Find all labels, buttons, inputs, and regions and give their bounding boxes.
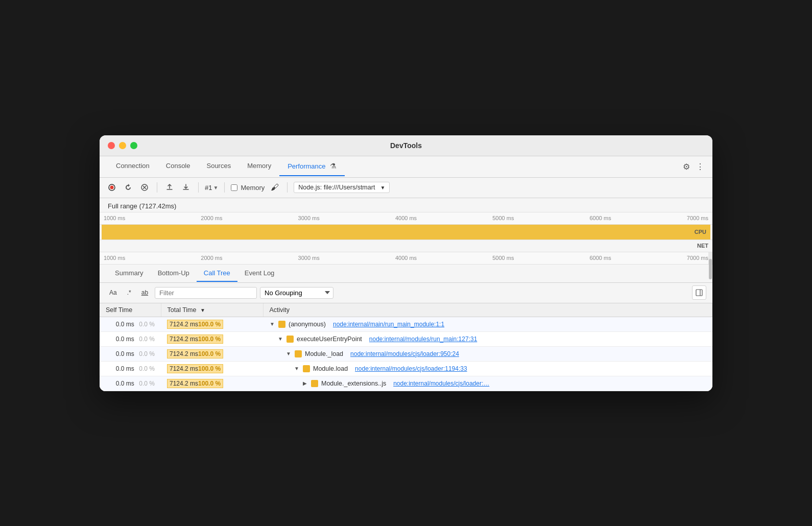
timeline-area: 1000 ms 2000 ms 3000 ms 4000 ms 5000 ms … [100, 212, 712, 265]
activity-link-1[interactable]: node:internal/modules/run_main:127:31 [369, 336, 477, 343]
toolbar-divider-1 [157, 182, 157, 193]
ruler-mark-1: 2000 ms [201, 215, 222, 221]
grouping-select[interactable]: No GroupingGroup by ActivityGroup by Cat… [260, 287, 333, 299]
timeline-scrollbar[interactable] [708, 252, 712, 264]
tab-summary[interactable]: Summary [108, 265, 151, 282]
tab-memory[interactable]: Memory [239, 157, 279, 176]
table-row[interactable]: 0.0 ms 0.0 % 7124.2 ms100.0 % ▶ Module._… [100, 376, 712, 391]
cell-activity-0: ▼ (anonymous) node:internal/main/run_mai… [263, 317, 712, 331]
ruler-mark-6: 7000 ms [687, 215, 708, 221]
target-selector[interactable]: Node.js: file:///Users/stmart ▼ [294, 182, 390, 193]
ruler-mark-2: 3000 ms [298, 215, 320, 221]
tab-connection[interactable]: Connection [108, 157, 158, 176]
ruler-mark-b-0: 1000 ms [104, 255, 125, 261]
tab-bar-actions: ⚙ ⋮ [683, 162, 704, 172]
cell-self-time-3: 0.0 ms 0.0 % [100, 361, 161, 376]
activity-icon-2 [295, 350, 302, 357]
toolbar-divider-3 [224, 182, 225, 193]
activity-link-2[interactable]: node:internal/modules/cjs/loader:950:24 [350, 350, 459, 357]
tab-sources[interactable]: Sources [198, 157, 239, 176]
th-self-time[interactable]: Self Time [100, 303, 161, 317]
brush-icon: 🖌 [269, 181, 281, 194]
call-tree-table-container[interactable]: Self Time Total Time ▼ Activity 0.0 ms [100, 303, 712, 391]
cell-total-time-0: 7124.2 ms100.0 % [161, 317, 263, 331]
activity-link-3[interactable]: node:internal/modules/cjs/loader:1194:33 [355, 365, 467, 372]
filter-case-button[interactable]: ab [138, 288, 152, 298]
activity-icon-1 [286, 336, 294, 343]
upload-button[interactable] [163, 181, 176, 194]
main-tabs: Connection Console Sources Memory Perfor… [108, 157, 683, 176]
activity-link-0[interactable]: node:internal/main/run_main_module:1:1 [333, 321, 444, 328]
filter-bar: Aa .* ab No GroupingGroup by ActivityGro… [100, 283, 712, 303]
devtools-window: DevTools Connection Console Sources Memo… [100, 135, 712, 391]
expand-icon-3[interactable]: ▼ [294, 366, 300, 371]
minimize-button[interactable] [119, 142, 126, 149]
session-selector[interactable]: #1 ▼ [205, 184, 218, 192]
activity-name-2: Module._load [305, 350, 343, 357]
ruler-mark-b-3: 4000 ms [395, 255, 417, 261]
table-row[interactable]: 0.0 ms 0.0 % 7124.2 ms100.0 % ▼ Module.l… [100, 361, 712, 376]
bottom-tab-bar: Summary Bottom-Up Call Tree Event Log [100, 265, 712, 283]
clear-button[interactable] [138, 181, 151, 194]
panel-toggle-button[interactable] [692, 285, 706, 300]
activity-icon-3 [303, 365, 310, 372]
target-dropdown-icon: ▼ [380, 185, 385, 190]
timeline-ruler-bottom: 1000 ms 2000 ms 3000 ms 4000 ms 5000 ms … [100, 252, 712, 265]
table-row[interactable]: 0.0 ms 0.0 % 7124.2 ms100.0 % ▼ executeU… [100, 331, 712, 346]
cpu-label: CPU [695, 229, 706, 235]
th-total-time[interactable]: Total Time ▼ [161, 303, 263, 317]
ruler-marks-top: 1000 ms 2000 ms 3000 ms 4000 ms 5000 ms … [100, 215, 712, 221]
activity-name-0: (anonymous) [289, 321, 326, 328]
title-bar: DevTools [100, 135, 712, 156]
call-tree-table: Self Time Total Time ▼ Activity 0.0 ms [100, 303, 712, 391]
tab-event-log[interactable]: Event Log [237, 265, 282, 282]
cell-activity-4: ▶ Module._extensions..js node:internal/m… [263, 376, 712, 391]
session-dropdown-icon: ▼ [213, 185, 218, 190]
flask-icon: ⚗ [330, 162, 337, 170]
activity-name-4: Module._extensions..js [321, 380, 386, 387]
filter-aa-button[interactable]: Aa [106, 288, 121, 298]
filter-regex-button[interactable]: .* [124, 288, 135, 298]
expand-icon-1[interactable]: ▼ [277, 336, 283, 342]
cell-self-time-2: 0.0 ms 0.0 % [100, 346, 161, 361]
svg-rect-5 [696, 290, 702, 296]
cell-self-time-4: 0.0 ms 0.0 % [100, 376, 161, 391]
cell-total-time-1: 7124.2 ms100.0 % [161, 331, 263, 346]
tab-console[interactable]: Console [158, 157, 199, 176]
record-button[interactable] [106, 181, 118, 194]
ruler-mark-b-2: 3000 ms [298, 255, 320, 261]
ruler-mark-0: 1000 ms [104, 215, 125, 221]
ruler-marks-bottom: 1000 ms 2000 ms 3000 ms 4000 ms 5000 ms … [100, 255, 712, 261]
close-button[interactable] [108, 142, 115, 149]
table-row[interactable]: 0.0 ms 0.0 % 7124.2 ms100.0 % ▼ (anonymo… [100, 317, 712, 331]
expand-icon-4[interactable]: ▶ [302, 380, 308, 386]
cell-total-time-3: 7124.2 ms100.0 % [161, 361, 263, 376]
cell-self-time-1: 0.0 ms 0.0 % [100, 331, 161, 346]
reload-record-button[interactable] [122, 181, 134, 194]
scrollbar-thumb[interactable] [709, 259, 712, 279]
memory-checkbox-input[interactable] [231, 184, 237, 191]
more-options-icon[interactable]: ⋮ [696, 162, 704, 172]
memory-checkbox-label[interactable]: Memory [231, 184, 265, 192]
download-button[interactable] [180, 181, 192, 194]
table-row[interactable]: 0.0 ms 0.0 % 7124.2 ms100.0 % ▼ Module._… [100, 346, 712, 361]
expand-icon-0[interactable]: ▼ [269, 321, 275, 327]
ruler-mark-5: 6000 ms [589, 215, 611, 221]
maximize-button[interactable] [130, 142, 137, 149]
activity-link-4[interactable]: node:internal/modules/cjs/loader:… [393, 380, 489, 387]
cell-activity-3: ▼ Module.load node:internal/modules/cjs/… [263, 361, 712, 376]
activity-name-1: executeUserEntryPoint [297, 336, 362, 343]
settings-icon[interactable]: ⚙ [683, 162, 690, 172]
expand-icon-2[interactable]: ▼ [285, 351, 292, 356]
memory-checkbox-text: Memory [241, 184, 265, 192]
window-title: DevTools [390, 141, 422, 150]
main-tab-bar: Connection Console Sources Memory Perfor… [100, 156, 712, 178]
timeline-ruler-top: 1000 ms 2000 ms 3000 ms 4000 ms 5000 ms … [100, 212, 712, 225]
filter-input[interactable] [155, 287, 257, 299]
tab-bottom-up[interactable]: Bottom-Up [151, 265, 197, 282]
tab-call-tree[interactable]: Call Tree [197, 265, 237, 282]
toolbar-divider-4 [287, 182, 288, 193]
cpu-bar-section: CPU [100, 225, 712, 240]
tab-performance[interactable]: Performance ⚗ [279, 157, 344, 176]
cell-activity-2: ▼ Module._load node:internal/modules/cjs… [263, 346, 712, 361]
